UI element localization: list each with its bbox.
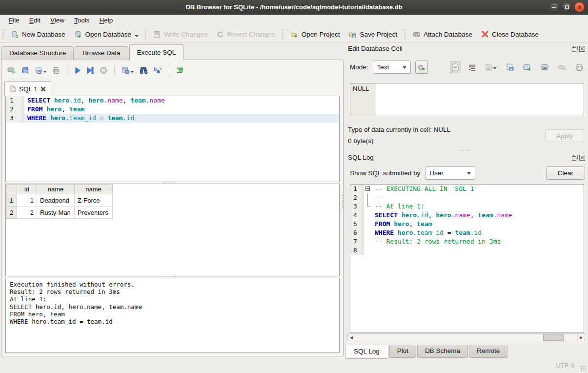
stop-button[interactable] <box>99 65 108 75</box>
open-database-button[interactable]: Open Database <box>70 28 143 41</box>
row-header[interactable]: 1 <box>6 194 17 207</box>
dock-tab-db-schema[interactable]: DB Schema <box>417 345 468 358</box>
grid-corner[interactable] <box>6 185 17 194</box>
print-cell-button[interactable] <box>573 62 585 73</box>
sql1-tab[interactable]: SQL 1 <box>4 81 51 96</box>
table-cell[interactable]: Deadpond <box>37 194 75 207</box>
sql-log-view[interactable]: 1-- EXECUTING ALL IN 'SQL 1'2--3-- At li… <box>350 184 584 333</box>
tab-browse-data[interactable]: Browse Data <box>75 46 128 60</box>
toolbar-grip[interactable] <box>2 29 4 40</box>
close-panel-icon[interactable] <box>579 155 585 161</box>
revert-changes-button[interactable]: Revert Changes <box>212 28 280 41</box>
float-icon[interactable] <box>572 155 578 161</box>
scroll-right-icon[interactable]: ▶ <box>577 334 585 341</box>
scrollbar-thumb[interactable] <box>543 334 564 341</box>
open-sql-file-button[interactable] <box>20 65 30 75</box>
close-database-button[interactable]: Close Database <box>477 28 543 40</box>
attach-database-button[interactable]: Attach Database <box>408 28 477 41</box>
window-title: DB Browser for SQLite - /home/user/code/… <box>185 3 402 11</box>
save-as-button[interactable] <box>504 62 516 73</box>
table-cell[interactable]: 1 <box>17 194 37 207</box>
save-cell-button[interactable] <box>483 62 499 73</box>
tab-database-structure[interactable]: Database Structure <box>1 46 74 60</box>
dock-tab-sql-log[interactable]: SQL Log <box>345 345 388 359</box>
import-button[interactable] <box>415 61 428 74</box>
main-toolbar: New Database Open Database Write Changes… <box>0 26 588 43</box>
open-database-menu-arrow[interactable] <box>135 35 139 37</box>
table-cell[interactable]: 2 <box>17 207 37 219</box>
fold-box-icon[interactable] <box>365 186 370 191</box>
toolbar-grip[interactable] <box>404 29 406 40</box>
cell-editor[interactable]: NULL <box>350 83 584 116</box>
word-wrap-button[interactable] <box>466 62 478 73</box>
save-results-menu-arrow[interactable] <box>130 71 134 73</box>
log-horizontal-scrollbar[interactable]: ◀ ▶ <box>347 333 585 341</box>
table-cell[interactable]: Z-Force <box>75 194 113 207</box>
maximize-icon[interactable] <box>562 2 572 12</box>
print-cell-icon <box>575 63 583 71</box>
row-header[interactable]: 2 <box>6 207 17 219</box>
format-sql-button[interactable] <box>175 66 185 75</box>
log-filter-combobox[interactable]: User <box>425 166 475 180</box>
save-sql-menu-arrow[interactable] <box>43 71 47 73</box>
toolbar-separator <box>145 29 146 40</box>
dock-splitter[interactable] <box>460 149 473 151</box>
save-results-icon <box>122 66 130 74</box>
titlebar[interactable]: DB Browser for SQLite - /home/user/code/… <box>0 0 588 15</box>
column-header[interactable]: id <box>17 185 37 194</box>
tab-execute-sql[interactable]: Execute SQL <box>129 44 184 60</box>
scroll-left-icon[interactable]: ◀ <box>348 334 355 341</box>
new-sql-tab-button[interactable] <box>6 65 17 75</box>
execute-line-button[interactable] <box>85 66 95 75</box>
open-project-button[interactable]: Open Project <box>286 28 345 41</box>
menu-help[interactable]: Help <box>95 16 118 25</box>
menu-view[interactable]: View <box>45 16 69 25</box>
import-icon <box>417 63 426 71</box>
write-changes-button[interactable]: Write Changes <box>148 28 212 41</box>
print-sql-button[interactable] <box>51 65 61 75</box>
sql-editor[interactable]: 1SELECT hero.id, hero.name, team.name2FR… <box>5 96 340 182</box>
float-icon[interactable] <box>572 46 578 52</box>
save-sql-file-button[interactable] <box>34 65 48 75</box>
execute-all-button[interactable] <box>73 66 82 75</box>
replace-icon: ba <box>153 66 162 74</box>
close-icon[interactable] <box>574 2 585 12</box>
menu-edit[interactable]: Edit <box>24 16 45 25</box>
dock-tab-plot[interactable]: Plot <box>389 345 416 358</box>
close-panel-icon[interactable] <box>579 46 585 52</box>
remove-cell-icon <box>558 64 566 70</box>
replace-button[interactable]: ba <box>152 65 163 75</box>
execute-all-icon <box>74 67 81 74</box>
menu-file[interactable]: File <box>4 16 24 25</box>
find-button[interactable] <box>139 65 149 75</box>
remove-cell-button[interactable] <box>556 62 568 72</box>
new-database-button[interactable]: New Database <box>6 28 70 41</box>
toolbar-grip[interactable] <box>282 29 284 40</box>
dock-tab-remote[interactable]: Remote <box>469 345 507 358</box>
main-vertical-splitter[interactable] <box>342 194 344 209</box>
column-header[interactable]: name <box>37 185 75 194</box>
results-grid[interactable]: idnamename11DeadpondZ-Force22Rusty-ManPr… <box>5 184 340 276</box>
close-database-icon <box>481 30 489 38</box>
column-header[interactable]: name <box>75 185 113 194</box>
table-row: 22Rusty-ManPreventers <box>6 207 113 219</box>
clear-log-button[interactable]: Clear <box>546 166 585 180</box>
image-link-button[interactable] <box>539 62 551 73</box>
log-line: 7-- Result: 2 rows returned in 3ms <box>350 237 584 246</box>
save-project-button[interactable]: Save Project <box>345 28 402 41</box>
export-cell-button[interactable] <box>521 62 533 73</box>
close-sql-tab-icon[interactable] <box>41 86 46 92</box>
new-sql-tab-icon <box>7 66 16 74</box>
resize-grip[interactable] <box>580 365 587 372</box>
minimize-icon[interactable] <box>549 2 559 12</box>
table-cell[interactable]: Preventers <box>75 207 113 219</box>
save-results-button[interactable] <box>121 65 135 75</box>
mode-combobox[interactable]: Text <box>373 61 411 74</box>
format-sql-icon <box>176 67 184 74</box>
table-cell[interactable]: Rusty-Man <box>37 207 75 219</box>
save-cell-icon <box>485 63 492 71</box>
apply-button[interactable]: Apply <box>545 129 584 142</box>
print-sql-icon <box>52 66 60 74</box>
menu-tools[interactable]: Tools <box>69 16 95 25</box>
text-mode-button[interactable] <box>450 62 461 73</box>
